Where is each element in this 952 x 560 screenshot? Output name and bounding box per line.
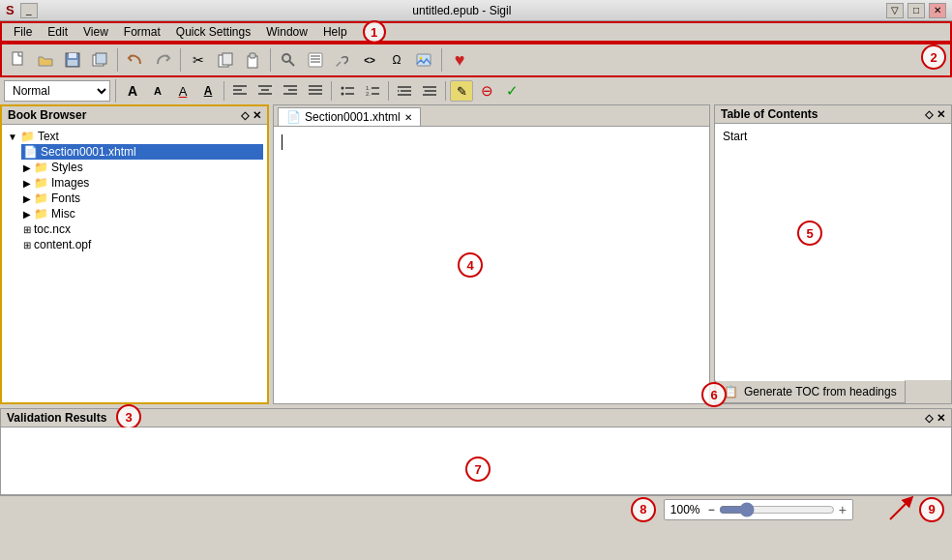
special-chars-button[interactable]: Ω bbox=[384, 47, 409, 73]
link-button[interactable] bbox=[330, 47, 355, 73]
tree-item-text[interactable]: ▼ 📁 Text bbox=[6, 129, 263, 144]
menu-file[interactable]: File bbox=[6, 23, 40, 41]
annotation-7: 7 bbox=[465, 457, 491, 482]
tab-close-btn[interactable]: ✕ bbox=[404, 112, 412, 123]
status-bar: 8 100% − + 9 bbox=[0, 495, 952, 522]
main-area: Book Browser ◇ ✕ ▼ 📁 Text 📄 bbox=[0, 104, 952, 404]
tab-bar: 📄 Section0001.xhtml ✕ bbox=[274, 105, 709, 127]
toc-close-btn[interactable]: ✕ bbox=[937, 108, 945, 121]
align-center-button[interactable] bbox=[253, 80, 277, 102]
menu-window[interactable]: Window bbox=[258, 23, 315, 41]
validation-header: Validation Results ◇ ✕ bbox=[1, 409, 951, 427]
tree-item-misc[interactable]: ▶ 📁 Misc bbox=[21, 206, 263, 221]
align-justify-button[interactable] bbox=[304, 80, 327, 102]
validation-close-btn[interactable]: ✕ bbox=[937, 412, 945, 425]
menu-bar: File Edit View Format Quick Settings Win… bbox=[0, 21, 952, 43]
book-browser-controls: ◇ ✕ bbox=[241, 109, 261, 122]
tree-toc-icon: ⊞ bbox=[23, 224, 31, 235]
find-button[interactable] bbox=[276, 47, 301, 73]
svg-rect-3 bbox=[68, 60, 77, 66]
tree-file-icon-1: 📄 bbox=[23, 145, 38, 159]
zoom-in-button[interactable]: + bbox=[839, 502, 847, 517]
save-button[interactable] bbox=[60, 47, 85, 73]
validation-content: 7 bbox=[1, 427, 951, 494]
book-browser-header: Book Browser ◇ ✕ bbox=[2, 106, 267, 125]
toc-float-btn[interactable]: ◇ bbox=[925, 108, 933, 121]
minimize-button[interactable]: ▽ bbox=[886, 3, 904, 18]
tree-item-styles[interactable]: ▶ 📁 Styles bbox=[21, 160, 263, 175]
annotation-2: 2 bbox=[921, 44, 946, 70]
annotation-arrow bbox=[861, 495, 919, 524]
code-view-button[interactable]: <> bbox=[357, 47, 382, 73]
font-larger-button[interactable]: A bbox=[121, 80, 144, 102]
redo-button[interactable] bbox=[150, 47, 175, 73]
app-icon: S bbox=[6, 3, 15, 17]
zoom-out-button[interactable]: − bbox=[708, 503, 715, 516]
tree-item-fonts[interactable]: ▶ 📁 Fonts bbox=[21, 191, 263, 206]
editor-panel: 📄 Section0001.xhtml ✕ 4 bbox=[273, 104, 710, 404]
tree-item-section0001[interactable]: 📄 Section0001.xhtml bbox=[21, 144, 263, 160]
tree-item-tocncx[interactable]: ⊞ toc.ncx bbox=[21, 221, 263, 237]
book-browser-close-btn[interactable]: ✕ bbox=[253, 109, 261, 122]
style-selector[interactable]: Normal Heading 1 Heading 2 Paragraph bbox=[4, 80, 110, 102]
annotation-5: 5 bbox=[797, 221, 822, 246]
spell-check-button[interactable]: ✎ bbox=[450, 80, 473, 102]
bookmark-button[interactable]: ♥ bbox=[447, 47, 472, 73]
indent-out-button[interactable] bbox=[418, 80, 441, 102]
spell-ok-button[interactable]: ✓ bbox=[500, 80, 523, 102]
insert-image-button[interactable] bbox=[411, 47, 436, 73]
save-copy-button[interactable] bbox=[87, 47, 112, 73]
open-button[interactable] bbox=[33, 47, 58, 73]
book-browser-float-btn[interactable]: ◇ bbox=[241, 109, 249, 122]
menu-view[interactable]: View bbox=[75, 23, 116, 41]
annotation-6: 6 bbox=[701, 382, 727, 407]
annotation-8: 8 bbox=[631, 497, 656, 522]
validation-float-btn[interactable]: ◇ bbox=[925, 412, 933, 425]
maximize-button[interactable]: □ bbox=[907, 3, 925, 18]
cut-button[interactable]: ✂ bbox=[186, 47, 211, 73]
tree-item-images[interactable]: ▶ 📁 Images bbox=[21, 175, 263, 191]
menu-help[interactable]: Help bbox=[315, 23, 355, 41]
svg-point-30 bbox=[342, 87, 344, 90]
undo-button[interactable] bbox=[123, 47, 148, 73]
list-unordered-button[interactable] bbox=[336, 80, 359, 102]
svg-point-10 bbox=[283, 54, 290, 62]
fmt-sep-2 bbox=[331, 81, 332, 101]
editor-content[interactable]: 4 bbox=[274, 127, 709, 403]
copy-button[interactable] bbox=[213, 47, 238, 73]
svg-text:2.: 2. bbox=[366, 91, 371, 97]
toc-button[interactable] bbox=[303, 47, 328, 73]
tree-expand-icon-images: ▶ bbox=[23, 178, 31, 189]
editor-tab-section0001[interactable]: 📄 Section0001.xhtml ✕ bbox=[278, 107, 421, 126]
menu-edit[interactable]: Edit bbox=[40, 23, 75, 41]
validation-panel: Validation Results ◇ ✕ 7 bbox=[0, 408, 952, 495]
menu-quick-settings[interactable]: Quick Settings bbox=[168, 23, 258, 41]
generate-toc-button[interactable]: 📋 Generate TOC from headings bbox=[715, 380, 906, 403]
tree-opf-icon: ⊞ bbox=[23, 240, 31, 251]
font-smaller-button[interactable]: A bbox=[146, 80, 169, 102]
tree-item-contentopf[interactable]: ⊞ content.opf bbox=[21, 237, 263, 252]
tree-folder-icon-images: 📁 bbox=[34, 176, 48, 190]
annotation-3: 3 bbox=[116, 404, 141, 429]
fmt-sep-1 bbox=[223, 81, 224, 101]
new-button[interactable] bbox=[6, 47, 31, 73]
highlight-button[interactable]: A bbox=[196, 80, 220, 102]
paste-button[interactable] bbox=[240, 47, 265, 73]
svg-rect-16 bbox=[417, 54, 431, 66]
align-left-button[interactable] bbox=[228, 80, 252, 102]
book-browser-title: Book Browser bbox=[8, 108, 86, 122]
indent-in-button[interactable] bbox=[393, 80, 416, 102]
list-ordered-button[interactable]: 1.2. bbox=[361, 80, 384, 102]
close-button[interactable]: ✕ bbox=[929, 3, 946, 18]
toc-content: Start 5 bbox=[715, 124, 951, 380]
font-color-button[interactable]: A bbox=[171, 80, 194, 102]
tree-expand-icon-misc: ▶ bbox=[23, 209, 31, 220]
align-right-button[interactable] bbox=[279, 80, 302, 102]
tree-label-fonts: Fonts bbox=[51, 192, 80, 205]
zoom-slider[interactable] bbox=[719, 502, 835, 517]
menu-format[interactable]: Format bbox=[116, 23, 168, 41]
spell-error-button[interactable]: ⊖ bbox=[475, 80, 498, 102]
minimize-btn[interactable]: _ bbox=[20, 3, 38, 18]
annotation-4: 4 bbox=[458, 252, 483, 278]
validation-controls: ◇ ✕ bbox=[925, 412, 945, 425]
